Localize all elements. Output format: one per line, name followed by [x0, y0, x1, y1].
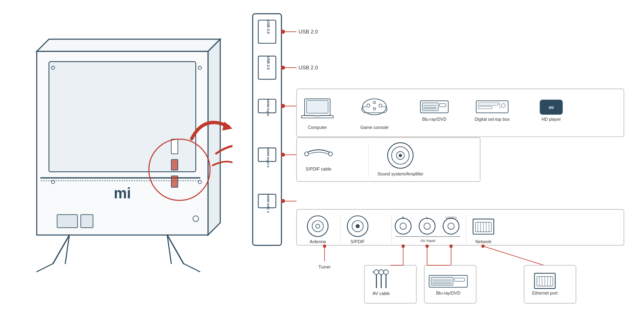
- svg-text:USB 2.0: USB 2.0: [266, 56, 270, 69]
- diagram-svg: USB 2.0 USB 2.0 HDMI Input HDMI Input 2 …: [245, 8, 636, 307]
- svg-text:USB 2.0: USB 2.0: [266, 20, 270, 33]
- svg-text:Tuner: Tuner: [319, 264, 331, 269]
- svg-text:Blu-ray/DVD: Blu-ray/DVD: [422, 117, 447, 122]
- svg-text:mi: mi: [549, 105, 554, 110]
- arrow-icon: [188, 106, 237, 155]
- svg-point-125: [481, 244, 485, 248]
- svg-text:Antenna: Antenna: [310, 239, 326, 244]
- svg-text:S/PDIF: S/PDIF: [351, 239, 365, 244]
- svg-text:HD player: HD player: [542, 117, 561, 122]
- svg-text:L: L: [426, 216, 428, 220]
- svg-text:Game console: Game console: [360, 125, 388, 130]
- svg-point-83: [399, 154, 402, 157]
- svg-text:AV cable: AV cable: [373, 291, 390, 296]
- svg-line-12: [184, 264, 200, 272]
- svg-text:HDMI Input 2: HDMI Input 2: [266, 148, 270, 168]
- svg-rect-19: [81, 215, 93, 228]
- svg-text:Sound system/Amplifier: Sound system/Amplifier: [377, 171, 423, 176]
- svg-rect-6: [171, 176, 178, 187]
- svg-text:Blu-ray/DVD: Blu-ray/DVD: [436, 291, 460, 295]
- tv-illustration: mi: [12, 19, 232, 296]
- svg-text:Network: Network: [475, 239, 491, 244]
- svg-text:Ethernet port: Ethernet port: [532, 291, 558, 295]
- svg-point-93: [356, 224, 360, 228]
- svg-point-133: [384, 270, 389, 275]
- svg-rect-85: [297, 209, 624, 245]
- diagram-section: USB 2.0 USB 2.0 HDMI Input HDMI Input 2 …: [245, 8, 636, 307]
- svg-text:mi: mi: [114, 185, 131, 202]
- svg-point-132: [379, 270, 384, 275]
- svg-text:Computer: Computer: [308, 125, 327, 130]
- tv-section: mi: [8, 8, 237, 307]
- svg-rect-137: [431, 277, 453, 286]
- svg-rect-4: [171, 139, 178, 154]
- svg-rect-5: [171, 160, 178, 170]
- svg-rect-0: [49, 62, 196, 172]
- svg-text:HDMI ARC 3: HDMI ARC 3: [266, 194, 270, 213]
- svg-rect-143: [524, 265, 576, 303]
- svg-text:S/PDIF cable: S/PDIF cable: [305, 166, 331, 171]
- svg-text:AV Input: AV Input: [420, 238, 436, 243]
- svg-rect-49: [314, 115, 321, 117]
- svg-text:USB 2.0: USB 2.0: [299, 29, 318, 35]
- svg-text:HDMI Input: HDMI Input: [266, 99, 270, 116]
- svg-rect-127: [365, 265, 416, 303]
- svg-line-126: [483, 246, 544, 265]
- svg-rect-18: [57, 215, 77, 228]
- svg-text:VIDEO: VIDEO: [445, 216, 457, 220]
- svg-text:USB 2.0: USB 2.0: [299, 64, 318, 71]
- svg-point-77: [329, 152, 333, 156]
- svg-rect-45: [297, 89, 624, 137]
- svg-text:Digital set-top box: Digital set-top box: [475, 117, 510, 122]
- svg-line-9: [37, 264, 53, 272]
- svg-point-76: [305, 152, 309, 156]
- svg-rect-60: [422, 103, 438, 111]
- svg-rect-47: [307, 100, 328, 113]
- svg-text:R: R: [402, 216, 404, 220]
- svg-point-131: [374, 270, 379, 275]
- main-container: mi: [0, 0, 644, 315]
